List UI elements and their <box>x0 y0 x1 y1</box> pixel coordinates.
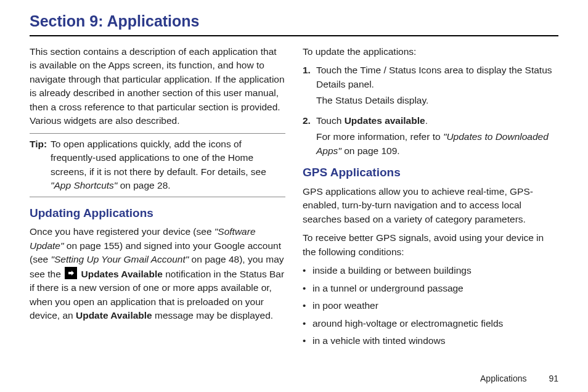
step-1-sub: The Status Details display. <box>316 94 558 107</box>
heading-gps-applications: GPS Applications <box>303 164 558 181</box>
footer-page-number: 91 <box>549 374 558 383</box>
step-2: 2. Touch Updates available. For more inf… <box>316 114 558 158</box>
upd-bold1: Updates Available <box>81 269 162 279</box>
gps-bullet-item: in poor weather <box>303 299 558 312</box>
heading-updating-applications: Updating Applications <box>30 205 285 222</box>
section-title: Section 9: Applications <box>30 12 558 30</box>
step-2-bold: Updates available <box>345 115 425 126</box>
updating-paragraph: Once you have registered your device (se… <box>30 225 285 322</box>
tip-body: To open applications quickly, add the ic… <box>51 137 285 193</box>
step-2-post: . <box>425 115 428 126</box>
update-steps: 1. Touch the Time / Status Icons area to… <box>303 63 558 158</box>
tip-ref: "App Shortcuts" <box>51 180 117 190</box>
column-right: To update the applications: 1. Touch the… <box>303 45 558 352</box>
gps-paragraph-2: To receive better GPS signals, avoid usi… <box>303 231 558 259</box>
upd-ref2: "Setting Up Your Gmail Account" <box>51 254 189 264</box>
step-2b-pre: For more information, refer to <box>316 131 443 142</box>
tip-text-post: on page 28. <box>117 180 170 190</box>
footer-section-name: Applications <box>480 374 527 383</box>
intro-paragraph: This section contains a description of e… <box>30 45 285 128</box>
gps-bullet-item: in a tunnel or underground passage <box>303 282 558 295</box>
step-1: 1. Touch the Time / Status Icons area to… <box>316 63 558 107</box>
step-2b-post: on page 109. <box>341 145 400 156</box>
tip-label: Tip: <box>30 137 51 193</box>
step-2-sub: For more information, refer to "Updates … <box>316 130 558 158</box>
step-2-pre: Touch <box>316 115 345 126</box>
step-1-text: Touch the Time / Status Icons area to di… <box>316 65 552 89</box>
update-lead: To update the applications: <box>303 45 558 59</box>
tip-block: Tip: To open applications quickly, add t… <box>30 133 285 197</box>
step-1-number: 1. <box>303 63 311 77</box>
content-columns: This section contains a description of e… <box>30 45 558 352</box>
page-footer: Applications 91 <box>480 374 558 383</box>
update-icon <box>65 267 77 279</box>
upd-bold2: Update Available <box>76 310 152 321</box>
column-left: This section contains a description of e… <box>30 45 285 352</box>
tip-text-pre: To open applications quickly, add the ic… <box>51 139 266 177</box>
step-2-number: 2. <box>303 114 311 128</box>
gps-bullet-item: around high-voltage or electromagnetic f… <box>303 317 558 330</box>
upd-pre1: Once you have registered your device (se… <box>30 226 214 237</box>
title-divider <box>30 35 558 36</box>
gps-paragraph-1: GPS applications allow you to achieve re… <box>303 185 558 226</box>
gps-bullet-item: in a vehicle with tinted windows <box>303 334 558 348</box>
upd-post: message may be displayed. <box>152 310 273 321</box>
gps-bullet-list: inside a building or between buildings i… <box>303 264 558 348</box>
gps-bullet-item: inside a building or between buildings <box>303 264 558 277</box>
